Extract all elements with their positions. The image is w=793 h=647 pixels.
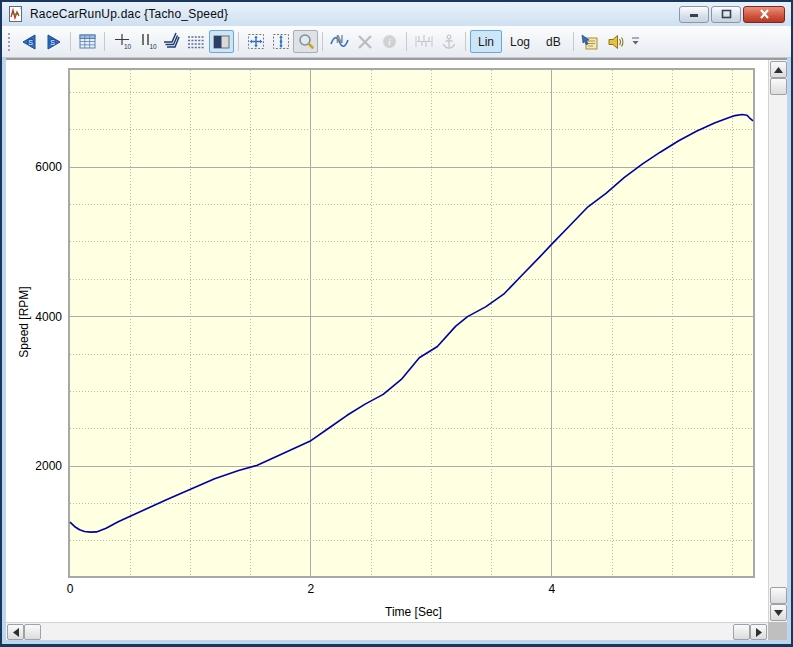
info-icon: i	[382, 34, 397, 49]
toolbar-separator	[104, 32, 105, 51]
title-bar[interactable]: RaceCarRunUp.dac {Tacho_Speed}	[2, 2, 791, 26]
toolbar-separator	[238, 32, 239, 51]
close-button[interactable]	[743, 6, 785, 23]
db-scale-button[interactable]: dB	[538, 30, 569, 53]
x-axis-title: Time [Sec]	[70, 605, 757, 619]
horizontal-scrollbar[interactable]	[6, 622, 768, 640]
up-arrow-icon	[774, 67, 783, 73]
prev-signal-button[interactable]: S	[16, 30, 41, 53]
chart-client-area: Speed [RPM] 200040006000 024 Time [Sec]	[6, 58, 787, 640]
fit-horizontal-icon	[247, 33, 265, 50]
zoom-lens-icon	[297, 33, 315, 50]
prev-signal-icon: S	[20, 34, 38, 50]
svg-text:10: 10	[149, 43, 157, 50]
chart-pane[interactable]: Speed [RPM] 200040006000 024 Time [Sec]	[6, 60, 768, 622]
vertical-scroll-thumb[interactable]	[770, 78, 787, 95]
toolbar-separator	[322, 32, 323, 51]
horizontal-scroll-page-button[interactable]	[733, 624, 750, 640]
dashed-spectrum-lines-icon	[187, 35, 206, 49]
vertical-scroll-track[interactable]	[769, 95, 787, 587]
speaker-icon	[607, 34, 624, 50]
speed-curve-plot	[70, 70, 753, 576]
restore-button[interactable]	[711, 6, 741, 23]
zoom-lens-button[interactable]	[293, 30, 318, 53]
left-arrow-icon	[13, 628, 19, 637]
marker-wave-button	[411, 30, 436, 53]
single-cursor-10-icon: 10	[113, 33, 131, 50]
scroll-down-button[interactable]	[770, 604, 787, 621]
svg-text:S: S	[28, 38, 33, 45]
horizontal-scroll-track[interactable]	[41, 623, 733, 640]
fit-vertical-icon	[272, 33, 290, 50]
scroll-left-button[interactable]	[7, 624, 24, 640]
window-title: RaceCarRunUp.dac {Tacho_Speed}	[30, 7, 228, 21]
fit-curve-button[interactable]: N	[327, 30, 352, 53]
x-tick-label: 2	[308, 582, 315, 596]
horizontal-scroll-thumb[interactable]	[24, 624, 41, 640]
app-window: RaceCarRunUp.dac {Tacho_Speed}	[0, 0, 793, 647]
delete-curve-button	[352, 30, 377, 53]
vertical-scrollbar[interactable]	[768, 60, 787, 622]
anchor-button	[436, 30, 461, 53]
dual-cursor-10-icon: 10	[138, 33, 156, 50]
log-scale-button[interactable]: Log	[502, 30, 538, 53]
x-tick-label: 4	[548, 582, 555, 596]
sound-playback-button[interactable]	[603, 30, 628, 53]
fit-vertical-button[interactable]	[268, 30, 293, 53]
minimize-icon	[689, 10, 699, 19]
minimize-button[interactable]	[679, 6, 709, 23]
data-grid-icon	[79, 34, 96, 49]
chevron-down-icon	[631, 37, 640, 46]
y-tick-label: 2000	[6, 459, 62, 473]
toolbar-separator	[573, 32, 574, 51]
anchor-icon	[441, 34, 457, 50]
delete-curve-icon	[357, 35, 373, 49]
export-icon	[581, 34, 599, 50]
svg-text:10: 10	[124, 43, 132, 50]
cascade-layers-icon	[163, 34, 181, 50]
next-signal-icon: S	[45, 34, 63, 50]
cascade-layers-button[interactable]	[159, 30, 184, 53]
toolbar-gripper[interactable]	[8, 33, 11, 51]
svg-text:N: N	[336, 34, 343, 45]
right-arrow-icon	[756, 628, 762, 637]
toolbar-separator	[406, 32, 407, 51]
x-tick-label: 0	[67, 582, 74, 596]
svg-text:S: S	[50, 38, 55, 45]
main-toolbar: S S	[2, 26, 791, 58]
y-tick-label: 4000	[6, 310, 62, 324]
scroll-right-button[interactable]	[750, 624, 767, 640]
close-icon	[759, 9, 770, 19]
export-button[interactable]	[578, 30, 603, 53]
split-view-button[interactable]	[209, 30, 234, 53]
plot-area[interactable]	[68, 68, 755, 578]
toolbar-separator	[465, 32, 466, 51]
restore-icon	[721, 9, 732, 19]
fit-horizontal-button[interactable]	[243, 30, 268, 53]
scroll-up-button[interactable]	[770, 61, 787, 78]
single-cursor-button[interactable]: 10	[109, 30, 134, 53]
window-frame: RaceCarRunUp.dac {Tacho_Speed}	[2, 2, 791, 644]
down-arrow-icon	[774, 610, 783, 616]
scrollbar-corner	[768, 622, 787, 640]
signal-document-icon	[8, 6, 24, 22]
toolbar-overflow-button[interactable]	[630, 31, 641, 53]
dashed-spectrum-lines-button[interactable]	[184, 30, 209, 53]
split-view-icon	[213, 35, 230, 49]
data-grid-button[interactable]	[75, 30, 100, 53]
y-tick-label: 6000	[6, 160, 62, 174]
dual-cursor-button[interactable]: 10	[134, 30, 159, 53]
next-signal-button[interactable]: S	[41, 30, 66, 53]
linear-scale-button[interactable]: Lin	[470, 30, 502, 53]
toolbar-separator	[70, 32, 71, 51]
vertical-scroll-page-button[interactable]	[770, 587, 787, 604]
info-button: i	[377, 30, 402, 53]
fit-curve-icon: N	[330, 34, 349, 49]
marker-wave-icon	[415, 34, 433, 49]
